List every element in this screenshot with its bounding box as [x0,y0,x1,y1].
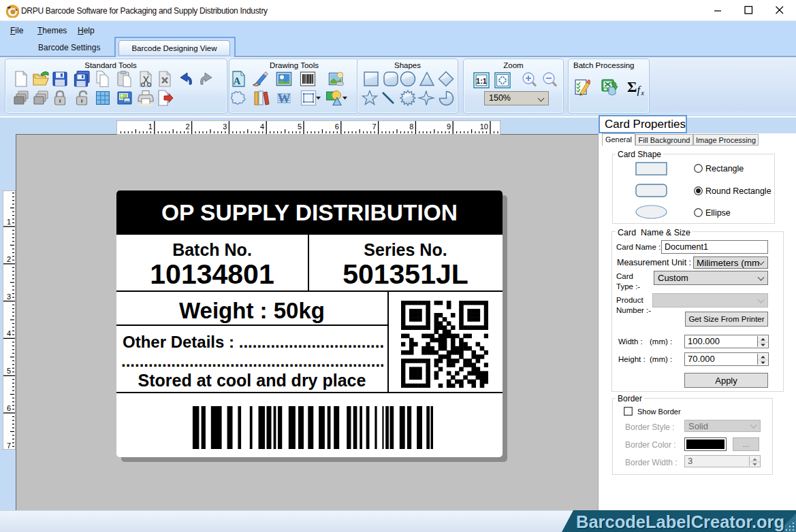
svg-text:W: W [278,91,291,105]
svg-text:5: 5 [298,122,302,131]
svg-text:5: 5 [7,367,11,375]
svg-text:1:1: 1:1 [476,77,487,85]
svg-text:3: 3 [223,122,227,131]
svg-text:2: 2 [185,122,189,131]
svg-text:3: 3 [7,293,11,301]
svg-text:BarcodeLabelCreator.org: BarcodeLabelCreator.org [576,512,784,531]
svg-text:9: 9 [447,122,451,131]
svg-text:7: 7 [372,122,376,131]
svg-text:6: 6 [7,404,11,412]
svg-text:6: 6 [335,122,339,131]
svg-text:4: 4 [7,329,11,337]
svg-text:10: 10 [480,122,488,131]
svg-text:x: x [641,89,645,96]
svg-text:4: 4 [260,122,264,131]
svg-text:8: 8 [409,122,413,131]
svg-text:7: 7 [7,442,11,450]
svg-text:A: A [234,76,241,86]
svg-text:1: 1 [148,122,153,131]
svg-text:1: 1 [7,218,11,226]
svg-text:2: 2 [7,255,11,263]
svg-text:Σ: Σ [627,78,637,95]
